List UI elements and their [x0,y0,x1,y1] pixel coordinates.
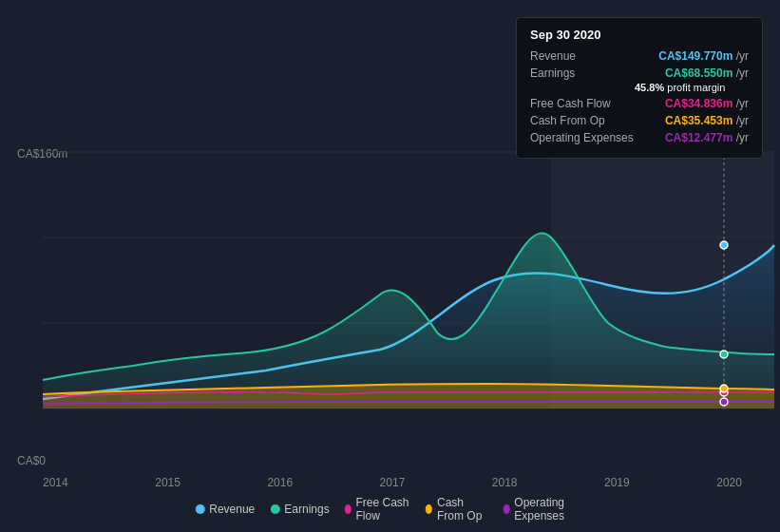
legend-dot-earnings [270,504,279,514]
legend-item-earnings[interactable]: Earnings [270,503,329,516]
legend-label-fcf: Free Cash Flow [355,496,410,522]
tooltip-row-earnings: Earnings CA$68.550m /yr [530,66,749,80]
svg-point-6 [720,241,728,249]
tooltip-label-earnings: Earnings [530,66,635,80]
tooltip-row-opex: Operating Expenses CA$12.477m /yr [530,131,749,144]
tooltip: Sep 30 2020 Revenue CA$149.770m /yr Earn… [516,17,763,159]
svg-point-9 [720,385,728,392]
tooltip-label-opex: Operating Expenses [530,131,635,144]
tooltip-value-revenue: CA$149.770m /yr [658,49,749,63]
chart-container: Sep 30 2020 Revenue CA$149.770m /yr Earn… [0,0,780,532]
tooltip-value-earnings: CA$68.550m /yr [665,66,749,80]
legend-label-earnings: Earnings [284,503,329,516]
svg-point-10 [720,398,728,406]
legend-dot-cashfromop [426,504,432,514]
x-label-2014: 2014 [43,476,68,489]
x-label-2020: 2020 [716,476,742,489]
legend: Revenue Earnings Free Cash Flow Cash Fro… [195,496,585,522]
tooltip-profit-margin: 45.8% profit margin [530,82,749,93]
legend-dot-fcf [345,504,352,514]
tooltip-row-cashfromop: Cash From Op CA$35.453m /yr [530,114,749,127]
legend-dot-opex [503,504,509,514]
legend-item-cashfromop[interactable]: Cash From Op [426,496,487,522]
tooltip-value-cashfromop: CA$35.453m /yr [665,114,749,127]
legend-label-cashfromop: Cash From Op [437,496,488,522]
x-label-2016: 2016 [267,476,293,489]
legend-item-fcf[interactable]: Free Cash Flow [345,496,411,522]
tooltip-value-fcf: CA$34.836m /yr [665,97,749,110]
legend-label-revenue: Revenue [209,503,255,516]
tooltip-label-fcf: Free Cash Flow [530,97,635,110]
x-label-2019: 2019 [604,476,630,489]
tooltip-date: Sep 30 2020 [530,28,749,42]
svg-point-7 [720,351,728,358]
x-label-2018: 2018 [492,476,518,489]
x-label-2015: 2015 [155,476,181,489]
legend-item-opex[interactable]: Operating Expenses [503,496,584,522]
tooltip-row-revenue: Revenue CA$149.770m /yr [530,49,749,63]
tooltip-label-cashfromop: Cash From Op [530,114,635,127]
legend-dot-revenue [195,504,204,514]
x-axis: 2014 2015 2016 2017 2018 2019 2020 [0,476,780,489]
tooltip-row-fcf: Free Cash Flow CA$34.836m /yr [530,97,749,110]
x-label-2017: 2017 [380,476,406,489]
tooltip-value-opex: CA$12.477m /yr [665,131,749,144]
legend-label-opex: Operating Expenses [514,496,584,522]
tooltip-label-revenue: Revenue [530,49,635,63]
legend-item-revenue[interactable]: Revenue [195,503,255,516]
